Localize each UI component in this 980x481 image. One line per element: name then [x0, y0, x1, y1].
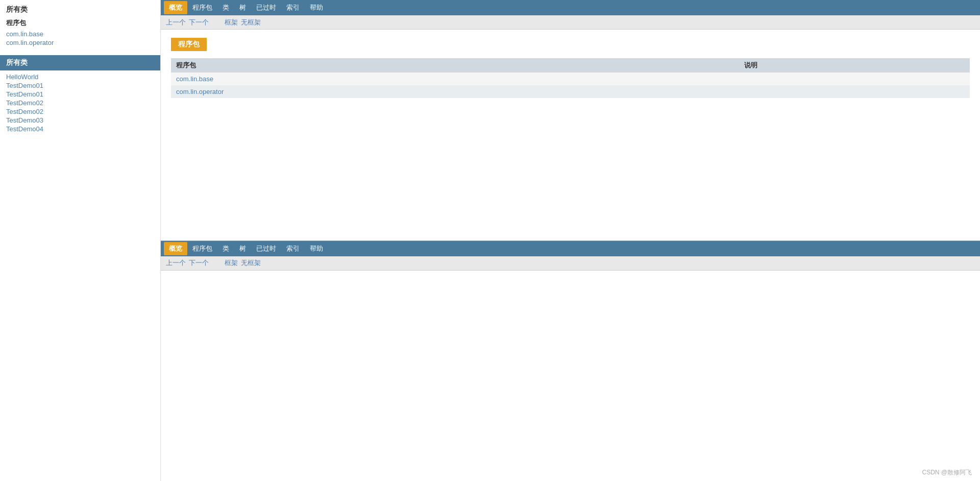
sidebar: 所有类 程序包 com.lin.basecom.lin.operator 所有类… [0, 0, 161, 481]
package-table: 程序包 说明 com.lin.basecom.lin.operator [171, 58, 970, 98]
top-panel: 概览程序包类树已过时索引帮助 上一个 下一个 框架 无框架 程序包 程序包 说明… [161, 0, 980, 241]
package-desc [739, 85, 970, 98]
bottom-panel-nav: 概览程序包类树已过时索引帮助 [161, 241, 980, 256]
sidebar-class-link[interactable]: TestDemo04 [0, 125, 160, 133]
top-panel-toolbar: 上一个 下一个 框架 无框架 [161, 15, 980, 30]
sidebar-all-classes-bottom-title: 所有类 [0, 55, 160, 70]
bottom-nav-item[interactable]: 类 [217, 242, 234, 255]
table-header-row: 程序包 说明 [171, 58, 970, 73]
top-nav-item[interactable]: 树 [234, 1, 251, 14]
top-nav-item[interactable]: 类 [217, 1, 234, 14]
top-panel-body: 程序包 程序包 说明 com.lin.basecom.lin.operator [161, 30, 980, 240]
top-nav-item[interactable]: 程序包 [187, 1, 217, 14]
sidebar-class-link[interactable]: TestDemo01 [0, 90, 160, 99]
sidebar-package-list: com.lin.basecom.lin.operator [0, 30, 160, 47]
table-row: com.lin.base [171, 73, 970, 85]
top-toolbar-prev[interactable]: 上一个 [166, 18, 186, 27]
top-nav-item[interactable]: 帮助 [305, 1, 328, 14]
bottom-nav-item[interactable]: 帮助 [305, 242, 328, 255]
bottom-toolbar-noframe[interactable]: 无框架 [241, 258, 261, 268]
bottom-nav-item[interactable]: 已过时 [251, 242, 281, 255]
table-row: com.lin.operator [171, 85, 970, 98]
bottom-panel: 概览程序包类树已过时索引帮助 上一个 下一个 框架 无框架 [161, 241, 980, 482]
sidebar-class-list: HelloWorldTestDemo01TestDemo01TestDemo02… [0, 70, 160, 135]
col-header-package: 程序包 [171, 58, 739, 73]
sidebar-package-link[interactable]: com.lin.base [0, 30, 160, 38]
sidebar-class-link[interactable]: TestDemo03 [0, 116, 160, 125]
bottom-panel-body [161, 271, 980, 482]
bottom-panel-toolbar: 上一个 下一个 框架 无框架 [161, 256, 980, 271]
bottom-nav-item[interactable]: 概览 [164, 242, 187, 255]
top-toolbar-frame[interactable]: 框架 [225, 18, 238, 27]
top-nav-item[interactable]: 索引 [281, 1, 305, 14]
bottom-toolbar-sep1 [212, 259, 222, 267]
top-toolbar-next[interactable]: 下一个 [189, 18, 209, 27]
package-link[interactable]: com.lin.base [176, 75, 213, 83]
sidebar-packages-title: 程序包 [0, 16, 160, 30]
bottom-toolbar-next[interactable]: 下一个 [189, 258, 209, 268]
package-link[interactable]: com.lin.operator [176, 88, 224, 95]
top-nav-item[interactable]: 概览 [164, 1, 187, 14]
sidebar-all-classes-top-title: 所有类 [0, 0, 160, 16]
sidebar-class-link[interactable]: HelloWorld [0, 73, 160, 81]
col-header-desc: 说明 [739, 58, 970, 73]
top-nav-item[interactable]: 已过时 [251, 1, 281, 14]
bottom-nav-item[interactable]: 索引 [281, 242, 305, 255]
sidebar-package-link[interactable]: com.lin.operator [0, 38, 160, 47]
top-panel-nav: 概览程序包类树已过时索引帮助 [161, 0, 980, 15]
bottom-nav-item[interactable]: 树 [234, 242, 251, 255]
sidebar-class-link[interactable]: TestDemo02 [0, 107, 160, 116]
package-badge: 程序包 [171, 38, 207, 51]
bottom-toolbar-prev[interactable]: 上一个 [166, 258, 186, 268]
sidebar-class-link[interactable]: TestDemo01 [0, 81, 160, 90]
package-desc [739, 73, 970, 85]
bottom-nav-item[interactable]: 程序包 [187, 242, 217, 255]
main-content: 概览程序包类树已过时索引帮助 上一个 下一个 框架 无框架 程序包 程序包 说明… [161, 0, 980, 481]
watermark: CSDN @散修阿飞 [922, 468, 972, 477]
sidebar-class-link[interactable]: TestDemo02 [0, 99, 160, 107]
bottom-toolbar-frame[interactable]: 框架 [225, 258, 238, 268]
top-toolbar-noframe[interactable]: 无框架 [241, 18, 261, 27]
top-toolbar-sep1 [212, 18, 222, 26]
